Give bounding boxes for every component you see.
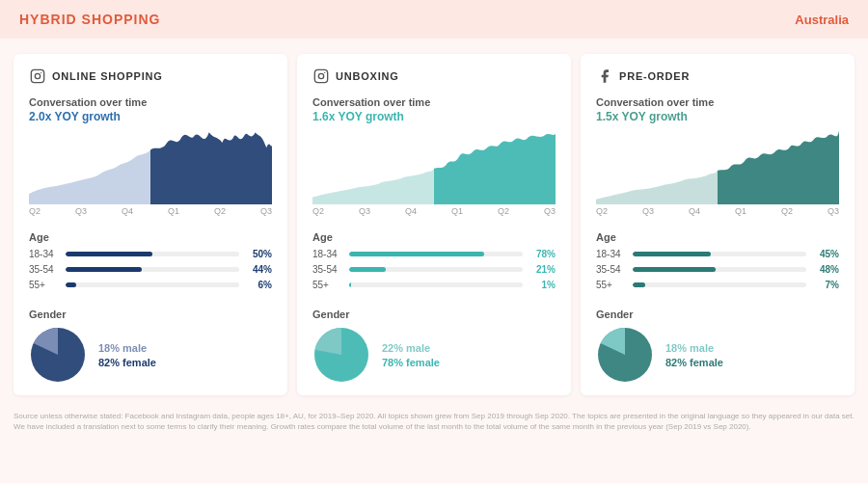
card-title-row: PRE-ORDER	[596, 67, 839, 85]
female-label: 82% female	[98, 357, 156, 368]
age-label: 35-54	[29, 264, 60, 275]
age-section: Age 18-34 78% 35-54 21% 55+	[312, 231, 556, 295]
age-pct: 48%	[812, 264, 839, 275]
app-title: HYBRID SHOPPING	[19, 12, 160, 27]
quarter-label: Q1	[451, 206, 463, 216]
age-section: Age 18-34 50% 35-54 44% 55+	[29, 231, 272, 295]
facebook-icon	[596, 67, 613, 85]
age-label: 18-34	[29, 249, 60, 259]
gender-section: Gender 22% male 78% female	[312, 309, 556, 384]
chart-quarter-labels: Q2Q3Q4Q1Q2Q3	[29, 206, 272, 216]
footer-note: Source unless otherwise stated: Facebook…	[0, 405, 868, 442]
quarter-label: Q2	[214, 206, 226, 216]
quarter-label: Q1	[168, 206, 179, 216]
age-row: 18-34 78%	[312, 249, 556, 259]
main-content: ONLINE SHOPPING Conversation over time 2…	[0, 39, 868, 405]
svg-point-5	[318, 73, 323, 78]
age-row: 35-54 48%	[596, 264, 839, 275]
conv-title: Conversation over time	[596, 96, 839, 108]
age-pct: 6%	[245, 280, 272, 290]
quarter-label: Q3	[260, 206, 272, 216]
age-bar-container	[349, 252, 523, 256]
chart-quarter-labels: Q2Q3Q4Q1Q2Q3	[596, 206, 839, 216]
quarter-label: Q3	[544, 206, 556, 216]
pie-chart	[596, 326, 654, 384]
age-label: 35-54	[596, 264, 627, 275]
gender-labels: 22% male 78% female	[382, 342, 440, 368]
svg-rect-0	[31, 69, 43, 82]
age-bar	[66, 267, 142, 272]
gender-section-title: Gender	[312, 309, 556, 320]
age-label: 55+	[312, 280, 343, 290]
gender-labels: 18% male 82% female	[665, 342, 723, 368]
age-bar	[633, 267, 716, 272]
age-row: 55+ 6%	[29, 280, 272, 290]
quarter-label: Q1	[735, 206, 746, 216]
quarter-label: Q3	[827, 206, 839, 216]
svg-point-2	[41, 72, 41, 73]
gender-labels: 18% male 82% female	[98, 342, 156, 368]
svg-point-1	[35, 73, 40, 78]
gender-section: Gender 18% male 82% female	[29, 309, 272, 384]
card-title-row: UNBOXING	[312, 67, 556, 85]
region-label: Australia	[795, 13, 849, 27]
conv-title: Conversation over time	[29, 96, 272, 108]
age-label: 55+	[29, 280, 60, 290]
gender-content: 18% male 82% female	[29, 326, 272, 384]
age-section-title: Age	[312, 231, 556, 243]
quarter-label: Q4	[689, 206, 700, 216]
age-label: 35-54	[312, 264, 343, 275]
age-bar	[633, 282, 645, 287]
age-bar-container	[633, 282, 806, 287]
card-title: UNBOXING	[336, 70, 399, 82]
age-bar	[349, 282, 351, 287]
pie-chart	[29, 326, 87, 384]
gender-content: 18% male 82% female	[596, 326, 839, 384]
quarter-label: Q4	[405, 206, 417, 216]
yoy-growth: 2.0x YOY growth	[29, 110, 272, 123]
card-title-row: ONLINE SHOPPING	[29, 67, 272, 85]
age-label: 55+	[596, 280, 627, 290]
gender-content: 22% male 78% female	[312, 326, 556, 384]
age-pct: 45%	[812, 249, 839, 259]
age-row: 18-34 50%	[29, 249, 272, 259]
chart-area	[29, 127, 272, 204]
quarter-label: Q2	[781, 206, 793, 216]
card-pre-order: PRE-ORDER Conversation over time 1.5x YO…	[581, 54, 854, 395]
conversation-section: Conversation over time 1.6x YOY growth Q…	[312, 96, 556, 216]
age-pct: 44%	[245, 264, 272, 275]
age-row: 55+ 1%	[312, 280, 556, 290]
age-section-title: Age	[596, 231, 839, 243]
age-pct: 1%	[529, 280, 556, 290]
card-unboxing: UNBOXING Conversation over time 1.6x YOY…	[297, 54, 571, 395]
age-bar-container	[633, 252, 806, 256]
age-bar	[66, 282, 76, 287]
female-label: 82% female	[665, 357, 723, 368]
yoy-growth: 1.5x YOY growth	[596, 110, 839, 123]
age-bar-container	[349, 267, 523, 272]
age-pct: 7%	[812, 280, 839, 290]
age-row: 35-54 44%	[29, 264, 272, 275]
age-pct: 78%	[529, 249, 556, 259]
conv-title: Conversation over time	[312, 96, 556, 108]
pie-chart	[312, 326, 370, 384]
card-online-shopping: ONLINE SHOPPING Conversation over time 2…	[14, 54, 287, 395]
age-bar	[66, 252, 152, 256]
age-section-title: Age	[29, 231, 272, 243]
age-pct: 21%	[529, 264, 556, 275]
age-bar	[349, 267, 386, 272]
yoy-growth: 1.6x YOY growth	[312, 110, 556, 123]
gender-section-title: Gender	[596, 309, 839, 320]
conversation-section: Conversation over time 2.0x YOY growth Q…	[29, 96, 272, 216]
chart-area	[596, 127, 839, 204]
quarter-label: Q3	[359, 206, 370, 216]
instagram-icon	[312, 67, 330, 85]
age-row: 35-54 21%	[312, 264, 556, 275]
card-title: ONLINE SHOPPING	[52, 70, 163, 82]
chart-area	[312, 127, 556, 204]
age-bar-container	[633, 267, 806, 272]
age-bar-container	[66, 282, 239, 287]
age-label: 18-34	[596, 249, 627, 259]
male-label: 18% male	[98, 342, 156, 354]
card-title: PRE-ORDER	[619, 70, 690, 82]
